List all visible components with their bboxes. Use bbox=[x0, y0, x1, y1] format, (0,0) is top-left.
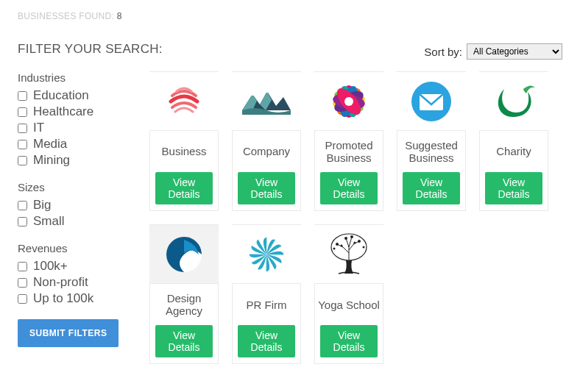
business-card: Promoted Business View Details bbox=[314, 71, 383, 211]
svg-point-19 bbox=[344, 237, 347, 240]
filter-group-sizes-title: Sizes bbox=[18, 181, 132, 193]
businesses-found-label: BUSINESSES FOUND: 8 bbox=[18, 11, 562, 21]
mail-blue-icon bbox=[397, 72, 466, 131]
filter-option-healthcare[interactable]: Healthcare bbox=[18, 104, 132, 119]
submit-filters-button[interactable]: SUBMIT FILTERS bbox=[18, 319, 119, 347]
business-card: Suggested Business View Details bbox=[397, 71, 466, 211]
checkbox-it[interactable] bbox=[18, 124, 27, 133]
filter-option-non-profit[interactable]: Non-profit bbox=[18, 275, 132, 290]
card-title: Design Agency bbox=[152, 291, 216, 318]
svg-point-22 bbox=[354, 241, 356, 243]
business-card: Charity View Details bbox=[479, 71, 548, 211]
businesses-found-count: 8 bbox=[117, 11, 122, 21]
svg-point-21 bbox=[341, 244, 343, 246]
filter-group-revenues-title: Revenues bbox=[18, 242, 132, 254]
filter-sidebar: Industries Education Healthcare IT Media… bbox=[18, 71, 132, 347]
checkbox-big[interactable] bbox=[18, 201, 27, 210]
checkbox-media[interactable] bbox=[18, 140, 27, 149]
svg-point-24 bbox=[363, 246, 365, 248]
business-card: Business View Details bbox=[149, 71, 219, 211]
globe-red-icon bbox=[149, 72, 219, 131]
filter-option-up-to-100k[interactable]: Up to 100k bbox=[18, 291, 132, 306]
green-leaf-icon bbox=[479, 72, 548, 131]
card-title: Business bbox=[162, 138, 207, 165]
card-title: Promoted Business bbox=[316, 138, 381, 165]
svg-point-18 bbox=[358, 240, 361, 243]
svg-point-23 bbox=[333, 247, 336, 249]
svg-point-20 bbox=[350, 235, 353, 238]
checkbox-education[interactable] bbox=[18, 91, 27, 101]
view-details-button[interactable]: View Details bbox=[155, 172, 213, 204]
svg-marker-1 bbox=[266, 88, 269, 93]
filter-group-industries-title: Industries bbox=[18, 71, 132, 84]
checkbox-healthcare[interactable] bbox=[18, 107, 27, 117]
filter-heading: FILTER YOUR SEARCH: bbox=[18, 42, 163, 57]
view-details-button[interactable]: View Details bbox=[238, 325, 295, 357]
business-card: Design Agency View Details bbox=[149, 224, 219, 364]
svg-point-17 bbox=[336, 243, 339, 246]
checkbox-non-profit[interactable] bbox=[18, 278, 27, 288]
mountains-icon bbox=[232, 72, 301, 131]
teal-spiral-icon bbox=[232, 225, 301, 284]
view-details-button[interactable]: View Details bbox=[403, 172, 460, 204]
sort-by-select[interactable]: All Categories bbox=[467, 43, 562, 60]
filter-option-big[interactable]: Big bbox=[18, 198, 132, 213]
checkbox-small[interactable] bbox=[18, 217, 27, 227]
view-details-button[interactable]: View Details bbox=[320, 325, 378, 357]
sort-by-label: Sort by: bbox=[424, 46, 462, 58]
filter-option-small[interactable]: Small bbox=[18, 214, 132, 229]
view-details-button[interactable]: View Details bbox=[155, 325, 213, 357]
view-details-button[interactable]: View Details bbox=[485, 172, 542, 204]
filter-option-mining[interactable]: Mining bbox=[18, 153, 132, 168]
checkbox-100k-plus[interactable] bbox=[18, 262, 27, 271]
tree-icon bbox=[314, 225, 383, 284]
card-title: Suggested Business bbox=[399, 138, 464, 165]
card-title: PR Firm bbox=[247, 291, 287, 318]
checkbox-mining[interactable] bbox=[18, 156, 27, 165]
business-card: PR Firm View Details bbox=[232, 224, 301, 364]
card-title: Company bbox=[243, 138, 290, 165]
filter-option-media[interactable]: Media bbox=[18, 137, 132, 152]
svg-marker-0 bbox=[251, 91, 254, 96]
business-card: Company View Details bbox=[232, 71, 301, 211]
checkbox-up-to-100k[interactable] bbox=[18, 294, 27, 304]
filter-option-100k-plus[interactable]: 100k+ bbox=[18, 259, 132, 274]
rainbow-flower-icon bbox=[314, 72, 383, 131]
business-card: Yoga School View Details bbox=[314, 224, 383, 364]
card-title: Yoga School bbox=[318, 291, 380, 318]
svg-point-11 bbox=[344, 97, 353, 106]
card-title: Charity bbox=[496, 138, 531, 165]
blue-wave-icon bbox=[149, 225, 219, 284]
filter-option-it[interactable]: IT bbox=[18, 121, 132, 135]
view-details-button[interactable]: View Details bbox=[238, 172, 295, 204]
filter-option-education[interactable]: Education bbox=[18, 88, 132, 103]
business-grid: Business View Details Company View Detai… bbox=[149, 71, 562, 364]
view-details-button[interactable]: View Details bbox=[320, 172, 378, 204]
